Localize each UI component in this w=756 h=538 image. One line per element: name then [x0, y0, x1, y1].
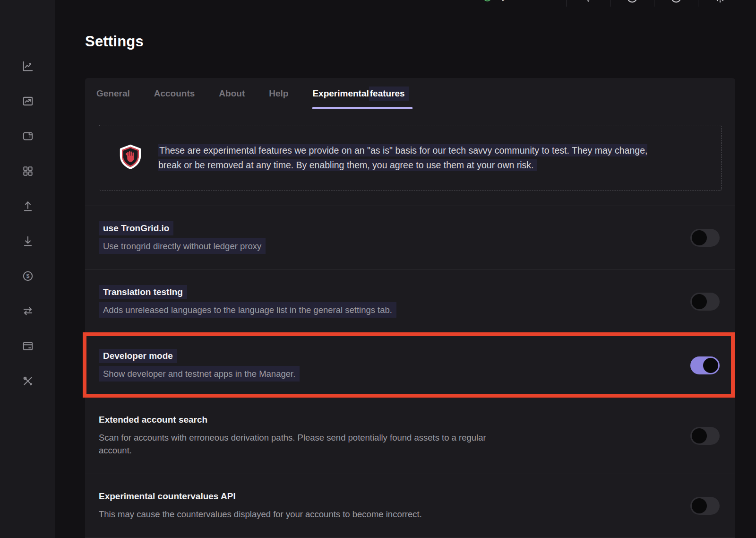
device-icon[interactable]	[583, 0, 594, 7]
setting-row: Extended account search Scan for account…	[85, 397, 735, 474]
stop-hand-shield-icon	[118, 144, 143, 172]
svg-text:$: $	[26, 273, 29, 279]
sync-label: Synchronized	[496, 0, 550, 2]
portfolio-chart-icon	[22, 60, 34, 74]
setting-description: Show developer and testnet apps in the M…	[99, 366, 300, 382]
sidebar-item-receive[interactable]	[21, 236, 34, 248]
topbar-divider	[610, 0, 610, 7]
settings-gear-icon[interactable]	[714, 0, 726, 7]
tab-help[interactable]: Help	[269, 78, 288, 109]
settings-tabs: General Accounts About Help Experimental…	[85, 78, 735, 109]
ledger-live-window: $ Synchronized	[0, 0, 756, 538]
tab-about[interactable]: About	[219, 78, 245, 109]
setting-toggle[interactable]	[690, 427, 720, 445]
setting-toggle[interactable]	[690, 229, 720, 247]
setting-title: Experimental countervalues API	[99, 491, 236, 502]
setting-title: Developer mode	[99, 349, 177, 363]
settings-card: General Accounts About Help Experimental…	[85, 78, 735, 538]
sidebar-item-portfolio[interactable]	[21, 61, 34, 73]
tab-label-prefix: Experimental	[312, 88, 369, 99]
setting-texts: use TronGrid.io Use trongrid directly wi…	[99, 223, 266, 252]
setting-description: Use trongrid directly without ledger pro…	[99, 238, 266, 254]
sidebar-item-discover[interactable]	[21, 166, 34, 178]
setting-description: This may cause the countervalues display…	[99, 508, 422, 521]
sidebar-item-manager[interactable]	[21, 376, 34, 388]
topbar: Synchronized	[55, 0, 756, 7]
page-title: Settings	[85, 33, 756, 50]
setting-row: use TronGrid.io Use trongrid directly wi…	[85, 206, 735, 269]
toggle-knob	[692, 498, 707, 513]
experimental-warning-text: These are experimental features we provi…	[158, 143, 666, 173]
help-circle-icon[interactable]	[627, 0, 638, 7]
settings-list: use TronGrid.io Use trongrid directly wi…	[85, 206, 735, 538]
wallet-icon	[22, 130, 34, 144]
toggle-knob	[703, 358, 718, 373]
topbar-divider	[698, 0, 698, 7]
sidebar-item-card[interactable]	[21, 341, 34, 353]
setting-row: Experimental countervalues API This may …	[85, 474, 735, 538]
swap-arrows-icon	[22, 305, 34, 319]
sidebar-item-buy-sell[interactable]: $	[21, 271, 34, 283]
market-chart-icon	[22, 95, 34, 109]
sidebar-item-accounts[interactable]	[21, 131, 34, 143]
toggle-knob	[692, 428, 707, 443]
sidebar-item-swap[interactable]	[21, 306, 34, 318]
setting-row: Translation testing Adds unreleased lang…	[85, 269, 735, 333]
sidebar-item-market[interactable]	[21, 96, 34, 108]
topbar-divider	[654, 0, 654, 7]
tab-experimental-features[interactable]: Experimental features	[312, 78, 408, 109]
sidebar-item-send[interactable]	[21, 201, 34, 213]
apps-grid-icon	[22, 165, 34, 179]
sync-status[interactable]: Synchronized	[483, 0, 550, 2]
setting-texts: Experimental countervalues API This may …	[99, 491, 422, 521]
setting-row: Developer mode Show developer and testne…	[85, 333, 735, 397]
info-circle-icon[interactable]	[670, 0, 682, 7]
tab-general[interactable]: General	[96, 78, 130, 109]
tools-icon	[22, 375, 34, 389]
sync-check-icon	[483, 0, 491, 1]
setting-title: Translation testing	[99, 285, 187, 299]
setting-texts: Developer mode Show developer and testne…	[99, 351, 300, 380]
send-arrow-up-icon	[22, 200, 34, 214]
dollar-circle-icon: $	[22, 270, 34, 284]
main-content: Settings General Accounts About Help Exp…	[55, 0, 756, 538]
setting-toggle[interactable]	[690, 293, 720, 311]
toggle-knob	[692, 230, 707, 245]
setting-texts: Extended account search Scan for account…	[99, 415, 486, 457]
tab-accounts[interactable]: Accounts	[154, 78, 195, 109]
setting-title: use TronGrid.io	[99, 221, 173, 235]
topbar-divider	[566, 0, 567, 7]
setting-texts: Translation testing Adds unreleased lang…	[99, 287, 396, 316]
experimental-warning-panel: These are experimental features we provi…	[99, 125, 722, 191]
tab-label-highlight: features	[369, 87, 409, 101]
setting-description: Adds unreleased languages to the languag…	[99, 302, 396, 318]
toggle-knob	[692, 294, 707, 309]
setting-toggle[interactable]	[690, 497, 720, 515]
receive-arrow-down-icon	[22, 235, 34, 249]
sidebar: $	[0, 0, 55, 538]
setting-toggle[interactable]	[690, 356, 720, 374]
setting-title: Extended account search	[99, 415, 207, 425]
credit-card-icon	[22, 340, 34, 354]
setting-description: Scan for accounts with erroneous derivat…	[99, 431, 486, 457]
